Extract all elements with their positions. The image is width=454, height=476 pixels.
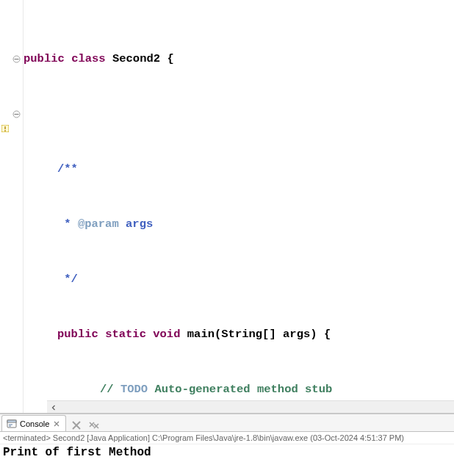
svg-point-1	[4, 130, 6, 131]
code-line: // TODO Auto-generated method stub	[24, 381, 454, 399]
remove-launch-icon[interactable]	[71, 419, 82, 431]
close-icon[interactable]	[52, 419, 61, 428]
console-panel: Console <terminated> Second2 [Java Appli…	[0, 413, 454, 461]
code-line: */	[24, 270, 454, 289]
svg-rect-7	[7, 420, 16, 422]
fold-toggle-icon[interactable]	[12, 109, 21, 117]
scroll-left-icon[interactable]	[47, 401, 60, 413]
console-output[interactable]: Print of first Method	[0, 444, 454, 461]
tab-console[interactable]: Console	[1, 415, 66, 431]
code-line: public class Second2 {	[24, 50, 454, 68]
console-icon	[7, 419, 17, 429]
fold-toggle-icon[interactable]	[12, 54, 21, 62]
code-area[interactable]: public class Second2 { /** * @param args…	[24, 0, 454, 413]
code-line: * @param args	[24, 215, 454, 234]
console-status-line: <terminated> Second2 [Java Application] …	[0, 432, 454, 444]
remove-all-launches-icon[interactable]	[88, 419, 100, 431]
marker-gutter	[0, 0, 10, 413]
tab-console-label: Console	[20, 419, 49, 428]
code-line: public static void main(String[] args) {	[24, 325, 454, 344]
code-line	[24, 105, 454, 123]
fold-gutter	[10, 0, 24, 413]
quickfix-marker[interactable]	[1, 123, 9, 130]
code-line: /**	[24, 160, 454, 178]
console-tab-bar: Console	[0, 414, 454, 432]
code-editor-pane: public class Second2 { /** * @param args…	[0, 0, 454, 413]
horizontal-scrollbar[interactable]	[47, 400, 454, 413]
